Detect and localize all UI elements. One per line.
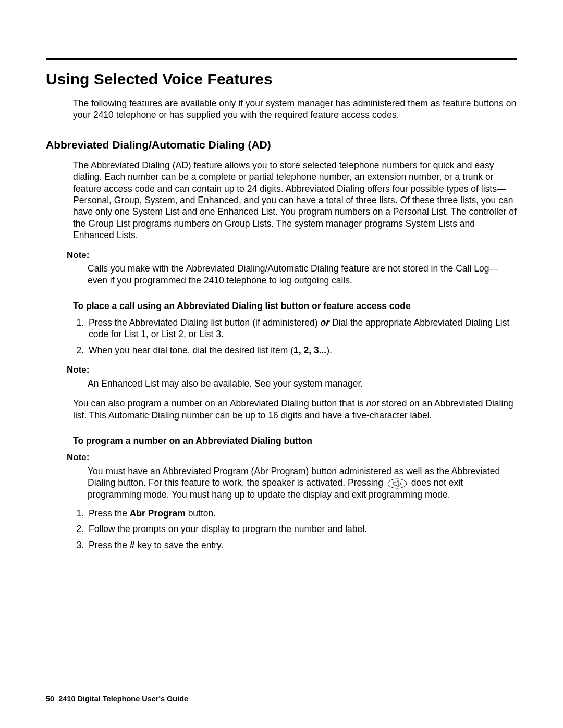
step-or: or — [321, 317, 330, 328]
note-label: Note: — [67, 452, 517, 463]
step-bold: # — [130, 540, 135, 550]
step-text: Press the — [89, 508, 130, 519]
intro-paragraph: The following features are available onl… — [73, 97, 517, 121]
paragraph: You can also program a number on an Abbr… — [73, 398, 517, 421]
step-text: Press the — [89, 540, 130, 550]
step-text: ). — [326, 345, 332, 355]
page-number: 50 — [46, 695, 54, 703]
note-text: You must have an Abbreviated Program (Ab… — [88, 465, 517, 500]
step-item: Follow the prompts on your display to pr… — [87, 523, 517, 535]
step-item: When you hear dial tone, dial the desire… — [87, 344, 517, 356]
step-text: When you hear dial tone, dial the desire… — [89, 345, 293, 355]
section-heading-ad: Abbreviated Dialing/Automatic Dialing (A… — [46, 139, 517, 151]
note-block-1: Note: Calls you make with the Abbreviate… — [67, 250, 517, 287]
page-footer: 50 2410 Digital Telephone User's Guide — [46, 695, 188, 703]
doc-title: 2410 Digital Telephone User's Guide — [58, 695, 188, 703]
svg-point-0 — [388, 479, 407, 488]
note-label: Note: — [67, 250, 517, 261]
horizontal-rule — [46, 58, 517, 60]
subheading-program-number: To program a number on an Abbreviated Di… — [73, 436, 517, 447]
steps-list-1: Press the Abbreviated Dialing list butto… — [73, 317, 517, 356]
italic-not: not — [366, 398, 379, 409]
note-text: Calls you make with the Abbreviated Dial… — [88, 263, 517, 286]
step-bold: 1, 2, 3... — [293, 345, 326, 355]
step-text: key to save the entry. — [135, 540, 224, 550]
step-item: Press the # key to save the entry. — [87, 539, 517, 551]
step-text: Press the Abbreviated Dialing list butto… — [89, 317, 321, 328]
note-text: An Enhanced List may also be available. … — [88, 378, 517, 389]
note-block-3: Note: You must have an Abbreviated Progr… — [67, 452, 517, 500]
note-block-2: Note: An Enhanced List may also be avail… — [67, 364, 517, 389]
speaker-button-icon — [387, 478, 407, 489]
section-body: The Abbreviated Dialing (AD) feature all… — [73, 159, 517, 241]
subheading-place-call: To place a call using an Abbreviated Dia… — [73, 301, 517, 312]
step-text: button. — [186, 508, 216, 519]
paragraph-text: You can also program a number on an Abbr… — [73, 398, 366, 409]
step-item: Press the Abr Program button. — [87, 508, 517, 519]
step-item: Press the Abbreviated Dialing list butto… — [87, 317, 517, 340]
step-bold: Abr Program — [130, 508, 186, 519]
note-label: Note: — [67, 364, 517, 376]
document-page: Using Selected Voice Features The follow… — [0, 0, 563, 728]
steps-list-2: Press the Abr Program button. Follow the… — [73, 508, 517, 551]
page-title: Using Selected Voice Features — [46, 70, 517, 88]
